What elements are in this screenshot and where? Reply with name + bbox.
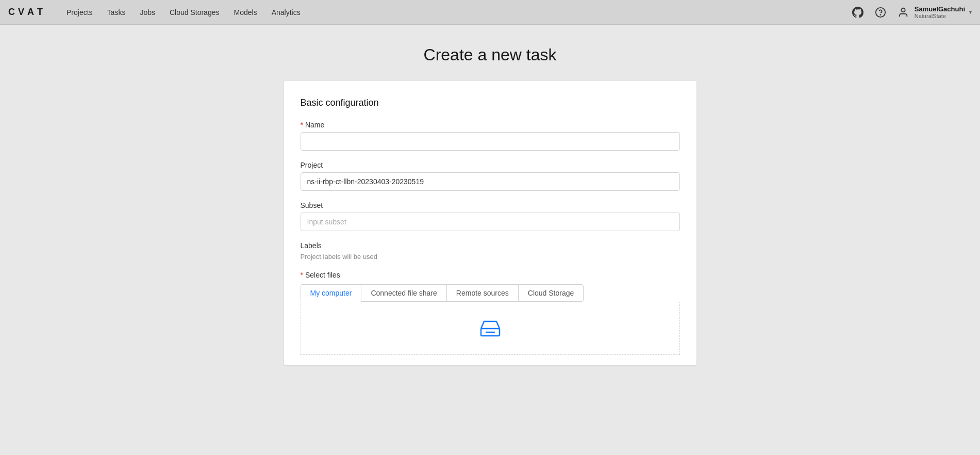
labels-label: Labels	[301, 241, 680, 250]
user-menu[interactable]: SamuelGachuhi NaturalState ▾	[896, 5, 972, 20]
navbar-link-analytics[interactable]: Analytics	[265, 5, 307, 20]
subset-field-group: Subset	[301, 201, 680, 231]
select-files-label-text: Select files	[305, 271, 340, 279]
project-field-group: Project	[301, 161, 680, 191]
user-state: NaturalState	[915, 13, 965, 19]
name-label: * Name	[301, 121, 680, 129]
app-logo[interactable]: C V A T	[8, 7, 44, 18]
tab-cloud-storage[interactable]: Cloud Storage	[518, 284, 584, 302]
select-files-group: * Select files My computer Connected fil…	[301, 271, 680, 355]
name-required-star: *	[301, 121, 303, 129]
main-content: Create a new task Basic configuration * …	[0, 25, 980, 386]
help-icon[interactable]	[873, 5, 888, 20]
subset-label-text: Subset	[301, 201, 323, 209]
form-card: Basic configuration * Name Project Subse…	[284, 81, 696, 365]
svg-point-2	[901, 8, 905, 11]
select-files-required-star: *	[301, 271, 303, 279]
project-label: Project	[301, 161, 680, 169]
navbar: C V A T Projects Tasks Jobs Cloud Storag…	[0, 0, 980, 25]
user-name: SamuelGachuhi	[915, 5, 965, 13]
navbar-link-jobs[interactable]: Jobs	[134, 5, 161, 20]
select-files-label: * Select files	[301, 271, 680, 279]
project-input[interactable]	[301, 172, 680, 191]
upload-icon	[478, 314, 503, 342]
github-icon[interactable]	[851, 5, 865, 20]
name-label-text: Name	[305, 121, 324, 129]
navbar-link-projects[interactable]: Projects	[60, 5, 99, 20]
user-text: SamuelGachuhi NaturalState	[915, 5, 965, 19]
user-avatar-icon	[896, 5, 910, 20]
navbar-right: SamuelGachuhi NaturalState ▾	[851, 5, 972, 20]
subset-label: Subset	[301, 201, 680, 209]
page-title: Create a new task	[424, 45, 557, 64]
tab-connected-file-share[interactable]: Connected file share	[361, 284, 446, 302]
name-field-group: * Name	[301, 121, 680, 151]
upload-area[interactable]	[301, 302, 680, 355]
navbar-links: Projects Tasks Jobs Cloud Storages Model…	[60, 5, 851, 20]
labels-label-text: Labels	[301, 241, 322, 250]
labels-field-group: Labels Project labels will be used	[301, 241, 680, 261]
navbar-link-cloud-storages[interactable]: Cloud Storages	[163, 5, 226, 20]
section-title: Basic configuration	[301, 98, 680, 108]
svg-point-1	[880, 14, 881, 15]
subset-input[interactable]	[301, 213, 680, 231]
navbar-link-tasks[interactable]: Tasks	[101, 5, 132, 20]
name-input[interactable]	[301, 132, 680, 151]
project-label-text: Project	[301, 161, 323, 169]
tab-my-computer[interactable]: My computer	[301, 284, 362, 302]
labels-info-text: Project labels will be used	[301, 253, 680, 261]
tab-remote-sources[interactable]: Remote sources	[446, 284, 519, 302]
file-tabs: My computer Connected file share Remote …	[301, 284, 680, 302]
navbar-link-models[interactable]: Models	[227, 5, 263, 20]
user-dropdown-arrow: ▾	[969, 9, 972, 15]
